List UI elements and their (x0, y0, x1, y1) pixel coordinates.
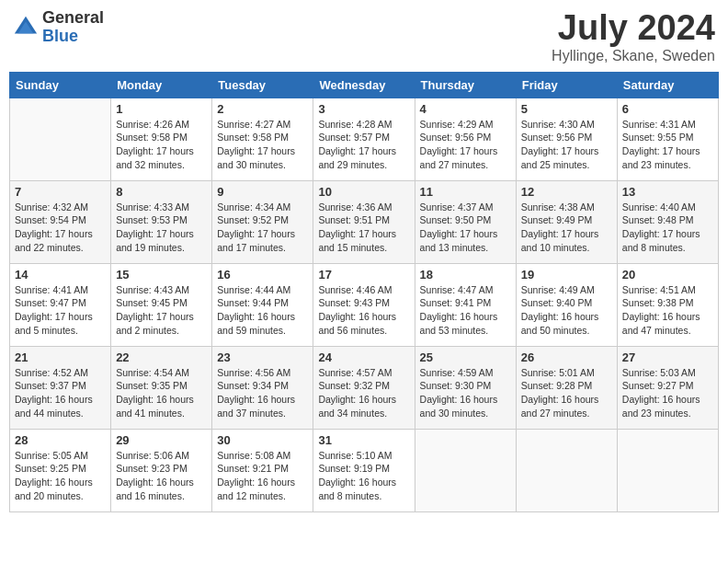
day-info: Sunrise: 5:10 AM Sunset: 9:19 PM Dayligh… (318, 449, 409, 503)
day-info: Sunrise: 4:56 AM Sunset: 9:34 PM Dayligh… (217, 366, 308, 420)
day-number: 30 (217, 433, 308, 447)
day-info: Sunrise: 4:59 AM Sunset: 9:30 PM Dayligh… (420, 366, 511, 420)
day-info: Sunrise: 4:30 AM Sunset: 9:56 PM Dayligh… (521, 118, 612, 172)
day-number: 12 (521, 185, 612, 199)
day-info: Sunrise: 4:37 AM Sunset: 9:50 PM Dayligh… (420, 201, 511, 255)
calendar-cell: 18Sunrise: 4:47 AM Sunset: 9:41 PM Dayli… (415, 263, 516, 346)
day-number: 2 (217, 102, 308, 116)
day-info: Sunrise: 4:26 AM Sunset: 9:58 PM Dayligh… (116, 118, 207, 172)
day-info: Sunrise: 4:46 AM Sunset: 9:43 PM Dayligh… (318, 283, 409, 338)
calendar-cell: 19Sunrise: 4:49 AM Sunset: 9:40 PM Dayli… (516, 263, 617, 346)
calendar-cell: 31Sunrise: 5:10 AM Sunset: 9:19 PM Dayli… (313, 429, 415, 511)
calendar-cell: 21Sunrise: 4:52 AM Sunset: 9:37 PM Dayli… (10, 346, 111, 429)
location: Hyllinge, Skane, Sweden (552, 48, 715, 64)
day-info: Sunrise: 5:03 AM Sunset: 9:27 PM Dayligh… (622, 366, 713, 420)
day-info: Sunrise: 4:44 AM Sunset: 9:44 PM Dayligh… (217, 283, 308, 338)
day-number: 20 (622, 268, 713, 282)
page-header: General Blue July 2024 Hyllinge, Skane, … (9, 9, 719, 64)
day-number: 19 (521, 268, 612, 282)
day-info: Sunrise: 4:40 AM Sunset: 9:48 PM Dayligh… (622, 201, 713, 255)
calendar-table: SundayMondayTuesdayWednesdayThursdayFrid… (9, 72, 719, 512)
calendar-cell: 28Sunrise: 5:05 AM Sunset: 9:25 PM Dayli… (10, 429, 111, 511)
day-info: Sunrise: 4:41 AM Sunset: 9:47 PM Dayligh… (15, 283, 106, 338)
calendar-cell (516, 429, 617, 511)
day-header: Saturday (617, 72, 718, 98)
day-info: Sunrise: 5:06 AM Sunset: 9:23 PM Dayligh… (116, 449, 207, 503)
calendar-week: 7Sunrise: 4:32 AM Sunset: 9:54 PM Daylig… (10, 180, 719, 263)
day-info: Sunrise: 5:08 AM Sunset: 9:21 PM Dayligh… (217, 449, 308, 503)
calendar-cell: 27Sunrise: 5:03 AM Sunset: 9:27 PM Dayli… (617, 346, 718, 429)
day-number: 8 (116, 185, 207, 199)
calendar-cell: 17Sunrise: 4:46 AM Sunset: 9:43 PM Dayli… (313, 263, 415, 346)
calendar-cell: 6Sunrise: 4:31 AM Sunset: 9:55 PM Daylig… (617, 98, 718, 180)
calendar-week: 14Sunrise: 4:41 AM Sunset: 9:47 PM Dayli… (10, 263, 719, 346)
day-number: 29 (116, 433, 207, 447)
day-info: Sunrise: 4:43 AM Sunset: 9:45 PM Dayligh… (116, 283, 207, 338)
day-info: Sunrise: 4:28 AM Sunset: 9:57 PM Dayligh… (318, 118, 409, 172)
logo-general: General (42, 9, 104, 28)
day-number: 28 (15, 433, 106, 447)
day-number: 15 (116, 268, 207, 282)
day-info: Sunrise: 4:52 AM Sunset: 9:37 PM Dayligh… (15, 366, 106, 420)
day-number: 4 (420, 102, 511, 116)
logo: General Blue (13, 9, 104, 46)
calendar-cell: 30Sunrise: 5:08 AM Sunset: 9:21 PM Dayli… (212, 429, 313, 511)
day-header: Tuesday (212, 72, 313, 98)
calendar-cell: 24Sunrise: 4:57 AM Sunset: 9:32 PM Dayli… (313, 346, 415, 429)
day-info: Sunrise: 4:34 AM Sunset: 9:52 PM Dayligh… (217, 201, 308, 255)
logo-text: General Blue (42, 9, 104, 46)
day-info: Sunrise: 4:36 AM Sunset: 9:51 PM Dayligh… (318, 201, 409, 255)
calendar-cell: 10Sunrise: 4:36 AM Sunset: 9:51 PM Dayli… (313, 180, 415, 263)
calendar-cell: 5Sunrise: 4:30 AM Sunset: 9:56 PM Daylig… (516, 98, 617, 180)
day-number: 5 (521, 102, 612, 116)
calendar-week: 28Sunrise: 5:05 AM Sunset: 9:25 PM Dayli… (10, 429, 719, 511)
calendar-cell: 8Sunrise: 4:33 AM Sunset: 9:53 PM Daylig… (111, 180, 212, 263)
calendar-cell (617, 429, 718, 511)
day-number: 14 (15, 268, 106, 282)
day-number: 24 (318, 350, 409, 364)
day-info: Sunrise: 4:31 AM Sunset: 9:55 PM Dayligh… (622, 118, 713, 172)
title-block: July 2024 Hyllinge, Skane, Sweden (552, 9, 715, 64)
day-info: Sunrise: 4:49 AM Sunset: 9:40 PM Dayligh… (521, 283, 612, 338)
day-number: 13 (622, 185, 713, 199)
day-header: Wednesday (313, 72, 415, 98)
calendar-week: 21Sunrise: 4:52 AM Sunset: 9:37 PM Dayli… (10, 346, 719, 429)
day-header: Monday (111, 72, 212, 98)
month-year: July 2024 (552, 9, 715, 48)
day-header: Thursday (415, 72, 516, 98)
day-number: 27 (622, 350, 713, 364)
calendar-cell: 11Sunrise: 4:37 AM Sunset: 9:50 PM Dayli… (415, 180, 516, 263)
day-info: Sunrise: 5:05 AM Sunset: 9:25 PM Dayligh… (15, 449, 106, 503)
day-info: Sunrise: 4:32 AM Sunset: 9:54 PM Dayligh… (15, 201, 106, 255)
day-number: 6 (622, 102, 713, 116)
day-number: 26 (521, 350, 612, 364)
day-info: Sunrise: 4:54 AM Sunset: 9:35 PM Dayligh… (116, 366, 207, 420)
day-info: Sunrise: 4:51 AM Sunset: 9:38 PM Dayligh… (622, 283, 713, 338)
calendar-cell: 23Sunrise: 4:56 AM Sunset: 9:34 PM Dayli… (212, 346, 313, 429)
day-number: 11 (420, 185, 511, 199)
day-info: Sunrise: 4:38 AM Sunset: 9:49 PM Dayligh… (521, 201, 612, 255)
day-number: 10 (318, 185, 409, 199)
calendar-cell: 20Sunrise: 4:51 AM Sunset: 9:38 PM Dayli… (617, 263, 718, 346)
calendar-cell: 22Sunrise: 4:54 AM Sunset: 9:35 PM Dayli… (111, 346, 212, 429)
calendar-cell: 13Sunrise: 4:40 AM Sunset: 9:48 PM Dayli… (617, 180, 718, 263)
day-header: Friday (516, 72, 617, 98)
calendar-cell: 12Sunrise: 4:38 AM Sunset: 9:49 PM Dayli… (516, 180, 617, 263)
calendar-cell: 1Sunrise: 4:26 AM Sunset: 9:58 PM Daylig… (111, 98, 212, 180)
day-number: 31 (318, 433, 409, 447)
logo-icon (13, 15, 39, 40)
day-number: 21 (15, 350, 106, 364)
logo-blue: Blue (42, 28, 104, 46)
calendar-cell: 16Sunrise: 4:44 AM Sunset: 9:44 PM Dayli… (212, 263, 313, 346)
day-number: 23 (217, 350, 308, 364)
calendar-cell: 2Sunrise: 4:27 AM Sunset: 9:58 PM Daylig… (212, 98, 313, 180)
day-info: Sunrise: 5:01 AM Sunset: 9:28 PM Dayligh… (521, 366, 612, 420)
calendar-cell (415, 429, 516, 511)
day-number: 18 (420, 268, 511, 282)
day-info: Sunrise: 4:27 AM Sunset: 9:58 PM Dayligh… (217, 118, 308, 172)
calendar-cell: 29Sunrise: 5:06 AM Sunset: 9:23 PM Dayli… (111, 429, 212, 511)
calendar-cell: 25Sunrise: 4:59 AM Sunset: 9:30 PM Dayli… (415, 346, 516, 429)
calendar-cell: 3Sunrise: 4:28 AM Sunset: 9:57 PM Daylig… (313, 98, 415, 180)
calendar-cell: 14Sunrise: 4:41 AM Sunset: 9:47 PM Dayli… (10, 263, 111, 346)
calendar-cell: 15Sunrise: 4:43 AM Sunset: 9:45 PM Dayli… (111, 263, 212, 346)
